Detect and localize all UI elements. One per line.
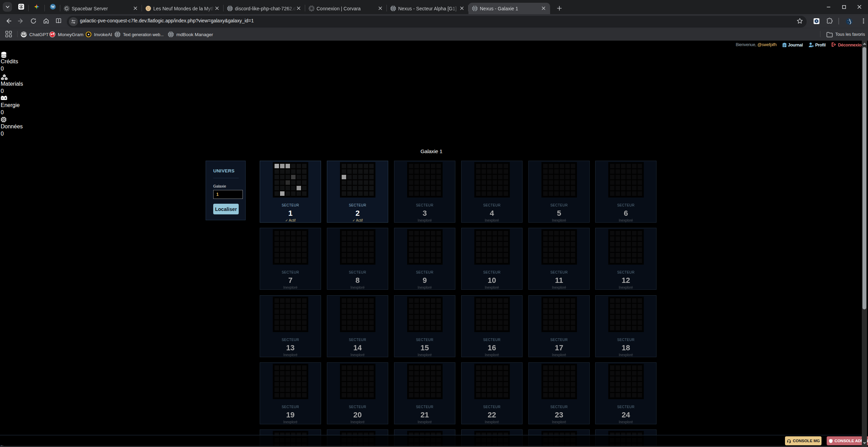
svg-text:W: W — [51, 4, 55, 9]
